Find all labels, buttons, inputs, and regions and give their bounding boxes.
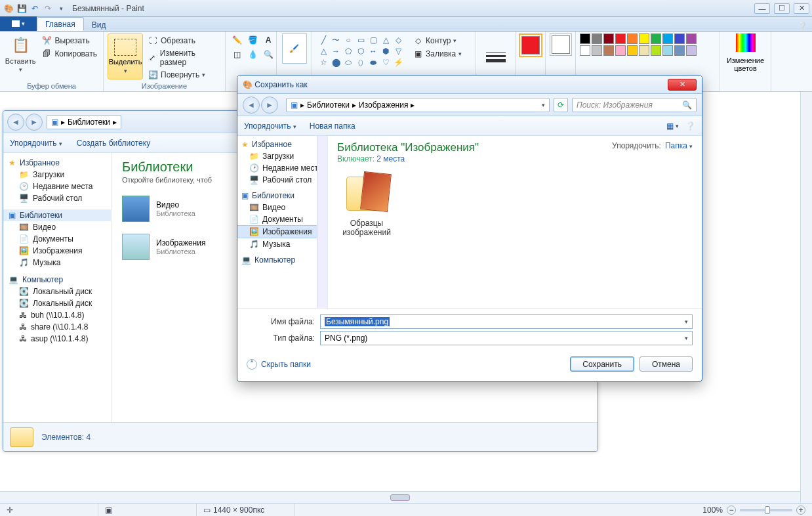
close-button[interactable]: ✕ [794, 3, 809, 14]
pencil-icon: ✏️ [230, 33, 244, 47]
zoom-out-button[interactable]: − [727, 505, 736, 515]
zoom-in-button[interactable]: + [796, 505, 805, 515]
tools-grid[interactable]: ✏️🪣A ◫💧🔍 [230, 33, 275, 61]
shape-outline-button[interactable]: ◇Контур ▾ [411, 35, 464, 47]
nav-forward-button[interactable]: ► [26, 114, 43, 131]
organize-button[interactable]: Упорядочить ▾ [10, 139, 62, 148]
folder-item-samples[interactable]: Образцы изображений [337, 173, 396, 237]
paste-button[interactable]: 📋 Вставить ▾ [4, 33, 37, 73]
outline-icon: ◇ [413, 35, 423, 46]
view-mode-button[interactable]: ▦▾ [666, 121, 679, 131]
color-swatch[interactable] [627, 45, 638, 56]
dialog-nav-forward-button[interactable]: ► [261, 97, 278, 114]
color-swatch[interactable] [639, 45, 649, 56]
select-button[interactable]: Выделить ▾ [108, 33, 143, 79]
dialog-search-input[interactable]: Поиск: Изображения 🔍 [572, 98, 697, 112]
help-icon[interactable]: ❔ [796, 22, 808, 31]
shape-fill-button[interactable]: ▣Заливка ▾ [411, 48, 464, 60]
dialog-new-folder-button[interactable]: Новая папка [310, 121, 355, 131]
horizontal-scrollbar[interactable] [0, 491, 800, 503]
vertical-scrollbar[interactable] [800, 92, 812, 503]
dialog-address-bar[interactable]: ▣▸ Библиотеки▸ Изображения▸ ▾ [286, 98, 550, 112]
dialog-organize-button[interactable]: Упорядочить ▾ [244, 121, 296, 131]
library-item-video[interactable]: ВидеоБиблиотека [122, 196, 195, 222]
save-button[interactable]: Сохранить [570, 356, 634, 372]
color-swatch[interactable] [674, 33, 685, 44]
dialog-help-icon[interactable]: ❔ [685, 121, 695, 131]
video-icon: 🎞️ [19, 223, 29, 232]
sort-control[interactable]: Упорядочить: Папка ▾ [612, 141, 693, 150]
copy-button[interactable]: 🗐Копировать [39, 48, 99, 60]
music-icon: 🎵 [249, 240, 259, 249]
color-swatch[interactable] [603, 33, 614, 44]
color-swatch[interactable] [603, 45, 614, 56]
maximize-button[interactable]: ☐ [774, 3, 790, 14]
color-swatch[interactable] [580, 45, 590, 56]
color-swatch[interactable] [592, 45, 602, 56]
refresh-button[interactable]: ⟳ [554, 98, 568, 112]
cut-button[interactable]: ✂️Вырезать [39, 35, 99, 47]
file-menu-button[interactable]: ▾ [0, 16, 37, 31]
dialog-close-button[interactable]: ✕ [668, 79, 697, 91]
brushes-button[interactable]: 🖌️ [282, 33, 307, 64]
video-icon: 🎞️ [249, 203, 259, 212]
qat-redo-icon[interactable]: ↷ [42, 3, 54, 14]
qat-undo-icon[interactable]: ↶ [29, 3, 41, 14]
dialog-nav-scrollbar[interactable] [317, 136, 327, 308]
eraser-icon: ◫ [230, 48, 244, 61]
crop-button[interactable]: ⛶Обрезать [146, 35, 221, 47]
thickness-button[interactable] [484, 53, 508, 62]
color-swatch[interactable] [615, 33, 626, 44]
libraries-icon: ▣ [291, 100, 298, 110]
new-library-button[interactable]: Создать библиотеку [77, 139, 150, 148]
folder-large-icon [10, 427, 33, 447]
clipboard-icon: 📋 [10, 35, 31, 56]
shapes-gallery[interactable]: ╱〜○▭▢△◇ △→⬠⬡↔⬢▽ ☆⬤⬭⬯⬬♡⚡ [316, 33, 405, 69]
qat-dropdown-icon[interactable]: ▾ [55, 3, 67, 14]
qat-save-icon[interactable]: 💾 [16, 3, 28, 14]
color-swatch[interactable] [651, 45, 661, 56]
dialog-nav-tree[interactable]: ★Избранное 📁Загрузки 🕑Недавние места 🖥️Р… [237, 136, 328, 308]
color-swatch[interactable] [592, 33, 602, 44]
color-swatch[interactable] [674, 45, 685, 56]
dialog-nav-back-button[interactable]: ◄ [243, 97, 260, 114]
group-label-image: Изображение [108, 81, 221, 90]
network-drive-icon: 🖧 [19, 334, 27, 343]
crop-icon: ⛶ [148, 35, 158, 46]
address-bar[interactable]: ▣ ▸ Библиотеки ▸ [47, 115, 121, 129]
color-swatch[interactable] [662, 45, 673, 56]
color-swatch[interactable] [662, 33, 673, 44]
color-swatch[interactable] [580, 33, 590, 44]
cancel-button[interactable]: Отмена [639, 356, 693, 372]
tab-view[interactable]: Вид [84, 18, 114, 31]
edit-colors-button[interactable] [736, 33, 756, 52]
includes-link[interactable]: 2 места [376, 154, 405, 163]
libraries-icon: ▣ [51, 118, 58, 127]
resize-button[interactable]: ⤢Изменить размер [146, 48, 221, 68]
color-swatch[interactable] [651, 33, 661, 44]
filetype-select[interactable]: PNG (*.png)▾ [320, 331, 693, 345]
color-palette[interactable] [580, 33, 697, 56]
hide-folders-button[interactable]: ˄Скрыть папки [247, 359, 311, 370]
rotate-button[interactable]: 🔄Повернуть ▾ [146, 69, 221, 81]
minimize-button[interactable]: — [754, 3, 770, 14]
zoom-slider[interactable] [740, 509, 792, 511]
search-icon: 🔍 [682, 100, 692, 110]
color1-button[interactable] [519, 33, 542, 57]
network-drive-icon: 🖧 [19, 322, 27, 332]
color2-button[interactable] [550, 33, 572, 56]
color-swatch[interactable] [686, 33, 697, 44]
color-swatch[interactable] [686, 45, 697, 56]
dialog-content[interactable]: Библиотека "Изображения" Включает: 2 мес… [328, 136, 702, 308]
recent-icon: 🕑 [249, 163, 259, 173]
explorer-nav-tree[interactable]: ★Избранное 📁Загрузки 🕑Недавние места 🖥️Р… [3, 153, 112, 422]
dialog-title-bar[interactable]: 🎨 Сохранить как ✕ [237, 75, 702, 94]
tab-home[interactable]: Главная [37, 17, 84, 31]
copy-icon: 🗐 [41, 49, 52, 59]
color-swatch[interactable] [615, 45, 626, 56]
color-swatch[interactable] [627, 33, 638, 44]
nav-back-button[interactable]: ◄ [7, 114, 24, 131]
library-item-images[interactable]: ИзображенияБиблиотека [122, 234, 205, 260]
filename-input[interactable]: Безымянный.png▾ [320, 314, 693, 329]
color-swatch[interactable] [639, 33, 649, 44]
